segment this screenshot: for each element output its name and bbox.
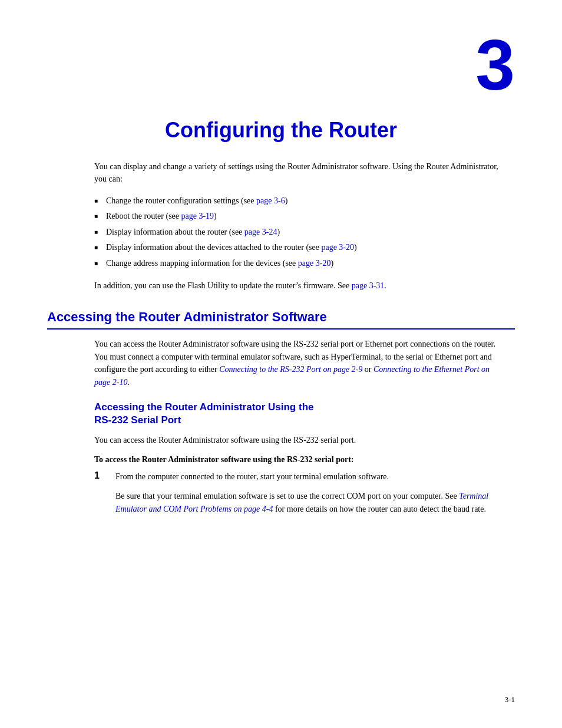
intro-paragraph: You can display and change a variety of …	[94, 160, 503, 185]
link-page-3-20a[interactable]: page 3-20	[321, 243, 354, 252]
subsection1-bold-label: To access the Router Administrator softw…	[94, 455, 515, 465]
link-page-3-20b[interactable]: page 3-20	[298, 259, 331, 268]
page-footer: 3-1	[505, 695, 515, 704]
list-item: Display information about the router (se…	[94, 226, 503, 239]
addition-text-before: In addition, you can use the Flash Utili…	[94, 281, 352, 290]
bullet-text-3-before: Display information about the router (se…	[106, 228, 244, 236]
link-page-3-24[interactable]: page 3-24	[244, 228, 277, 236]
subsection1-heading: Accessing the Router Administrator Using…	[94, 401, 515, 427]
bullet-text-2-after: )	[214, 212, 217, 220]
subsection1-heading-line2: RS-232 Serial Port	[94, 414, 181, 426]
bullet-text-4-after: )	[354, 243, 357, 252]
step-1-text: From the computer connected to the route…	[115, 470, 389, 483]
list-item: Change address mapping information for t…	[94, 257, 503, 270]
link-page-3-6[interactable]: page 3-6	[256, 196, 285, 205]
link-page-3-31[interactable]: page 3-31	[352, 281, 385, 290]
link-page-3-19[interactable]: page 3-19	[181, 212, 214, 220]
bullet-text-1-before: Change the router configuration settings…	[106, 196, 256, 205]
step-1-number: 1	[94, 470, 112, 481]
section1-heading: Accessing the Router Administrator Softw…	[47, 309, 515, 330]
list-item: Change the router configuration settings…	[94, 195, 503, 207]
bullet-list: Change the router configuration settings…	[94, 195, 503, 270]
step-1-note: Be sure that your terminal emulation sof…	[115, 490, 503, 515]
link-rs232-port[interactable]: Connecting to the RS-232 Port on page 2-…	[219, 365, 362, 374]
list-item: Display information about the devices at…	[94, 241, 503, 254]
bullet-text-5-before: Change address mapping information for t…	[106, 259, 298, 268]
step-note-after: for more details on how the router can a…	[273, 505, 486, 513]
chapter-title: Configuring the Router	[47, 118, 515, 143]
addition-text: In addition, you can use the Flash Utili…	[94, 279, 503, 292]
bullet-text-2-before: Reboot the router (see	[106, 212, 181, 220]
bullet-text-1-after: )	[285, 196, 288, 205]
subsection-rs232: Accessing the Router Administrator Using…	[94, 401, 515, 516]
section1-body: You can access the Router Administrator …	[94, 338, 503, 389]
section-accessing-router: Accessing the Router Administrator Softw…	[47, 309, 515, 516]
bullet-text-4-before: Display information about the devices at…	[106, 243, 321, 252]
addition-text-after: .	[384, 281, 386, 290]
step-note-before: Be sure that your terminal emulation sof…	[115, 492, 459, 500]
section1-separator: or	[362, 365, 373, 374]
subsection1-heading-line1: Accessing the Router Administrator Using…	[94, 401, 313, 413]
step-1-container: 1 From the computer connected to the rou…	[94, 470, 515, 483]
section1-end: .	[127, 378, 130, 387]
list-item: Reboot the router (see page 3-19)	[94, 210, 503, 223]
bullet-text-3-after: )	[277, 228, 280, 236]
bullet-text-5-after: )	[330, 259, 333, 268]
page-container: 3 Configuring the Router You can display…	[0, 0, 562, 728]
chapter-number: 3	[47, 29, 515, 100]
subsection1-intro: You can access the Router Administrator …	[94, 434, 503, 447]
